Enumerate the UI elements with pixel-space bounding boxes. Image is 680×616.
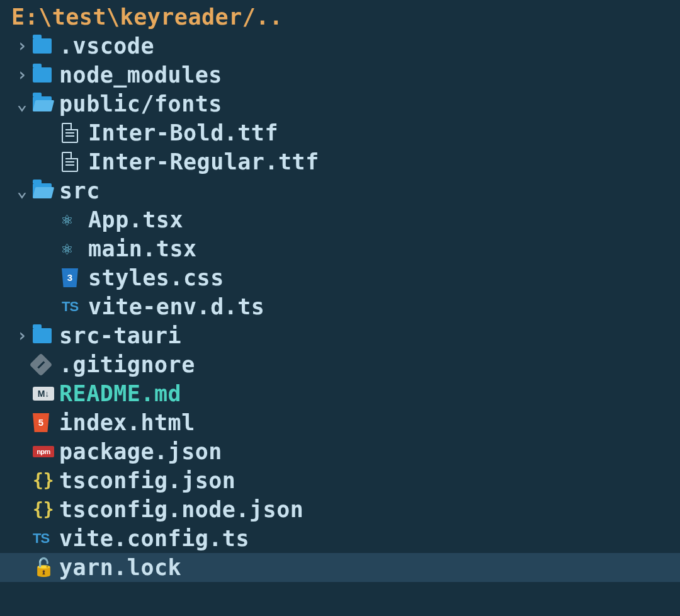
chevron-placeholder: ·	[11, 118, 33, 147]
tree-row-label: tsconfig.node.json	[58, 495, 303, 524]
chevron-down-icon[interactable]: ⌄	[11, 176, 33, 205]
tree-row[interactable]: ·🔓yarn.lock	[0, 553, 680, 582]
chevron-placeholder: ·	[11, 495, 33, 524]
tree-row[interactable]: ›src-tauri	[11, 321, 669, 350]
tree-row-label: vite-env.d.ts	[87, 292, 264, 321]
tree-row-label: README.md	[58, 379, 181, 408]
tree-row[interactable]: ⌄public/fonts	[11, 89, 669, 118]
folder-closed-icon	[33, 67, 58, 83]
file-icon	[62, 123, 87, 143]
lock-icon: 🔓	[33, 553, 58, 582]
chevron-placeholder: ·	[11, 234, 33, 263]
json-icon: {}	[33, 495, 58, 524]
folder-closed-icon	[33, 328, 58, 343]
chevron-placeholder: ·	[11, 379, 33, 408]
tree-row-label: main.tsx	[87, 234, 197, 263]
chevron-right-icon[interactable]: ›	[11, 60, 33, 89]
chevron-placeholder: ·	[11, 437, 33, 466]
tree-row[interactable]: ·TSvite.config.ts	[11, 524, 669, 553]
npm-icon: npm	[33, 446, 58, 457]
file-icon	[62, 152, 87, 172]
chevron-placeholder: ·	[11, 205, 33, 234]
chevron-placeholder: ·	[11, 553, 33, 582]
tree-row-label: src	[58, 176, 100, 205]
folder-open-icon	[33, 96, 58, 111]
tree-row-label: vite.config.ts	[58, 524, 249, 553]
root-path: E:\test\keyreader/..	[11, 0, 669, 31]
folder-closed-icon	[33, 38, 58, 54]
chevron-down-icon[interactable]: ⌄	[11, 89, 33, 118]
markdown-icon: M↓	[33, 387, 58, 401]
chevron-placeholder: ·	[11, 263, 33, 292]
tree-row-label: styles.css	[87, 263, 224, 292]
chevron-placeholder: ·	[11, 147, 33, 176]
tree-row[interactable]: ·⚛App.tsx	[11, 205, 669, 234]
tree-row[interactable]: ·3styles.css	[11, 263, 669, 292]
tree-row[interactable]: ›node_modules	[11, 60, 669, 89]
tree-row-label: public/fonts	[58, 89, 222, 118]
tree-row-label: App.tsx	[87, 205, 183, 234]
ts-icon: TS	[62, 292, 87, 321]
tree-row[interactable]: ·{}tsconfig.node.json	[11, 495, 669, 524]
tree-row[interactable]: ·TSvite-env.d.ts	[11, 292, 669, 321]
chevron-placeholder: ·	[11, 524, 33, 553]
chevron-right-icon[interactable]: ›	[11, 31, 33, 60]
tree-row-label: package.json	[58, 437, 222, 466]
tree-row-label: yarn.lock	[58, 553, 181, 582]
html-icon: 5	[33, 413, 58, 432]
tree-row-label: .vscode	[58, 31, 154, 60]
file-tree: E:\test\keyreader/.. ›.vscode›node_modul…	[0, 0, 680, 582]
tree-row-label: tsconfig.json	[58, 466, 235, 495]
tree-row-label: Inter-Bold.ttf	[87, 118, 278, 147]
ts-icon: TS	[33, 524, 58, 553]
json-icon: {}	[33, 466, 58, 495]
tree-row[interactable]: ·M↓README.md	[11, 379, 669, 408]
tree-row-label: Inter-Regular.ttf	[87, 147, 319, 176]
tree-row[interactable]: ·⚛main.tsx	[11, 234, 669, 263]
tree-row[interactable]: ·Inter-Regular.ttf	[11, 147, 669, 176]
tree-row[interactable]: ·npmpackage.json	[11, 437, 669, 466]
tree-row[interactable]: ›.vscode	[11, 31, 669, 60]
tree-row-label: src-tauri	[58, 321, 181, 350]
tree-row-label: .gitignore	[58, 350, 195, 379]
tree-row[interactable]: ·.gitignore	[11, 350, 669, 379]
chevron-placeholder: ·	[11, 466, 33, 495]
tree-row[interactable]: ·Inter-Bold.ttf	[11, 118, 669, 147]
folder-open-icon	[33, 183, 58, 198]
react-icon: ⚛	[62, 234, 87, 263]
chevron-placeholder: ·	[11, 408, 33, 437]
tree-row[interactable]: ⌄src	[11, 176, 669, 205]
tree-row[interactable]: ·{}tsconfig.json	[11, 466, 669, 495]
chevron-placeholder: ·	[11, 292, 33, 321]
css-icon: 3	[62, 268, 87, 287]
tree-row-label: index.html	[58, 408, 195, 437]
react-icon: ⚛	[62, 205, 87, 234]
chevron-right-icon[interactable]: ›	[11, 321, 33, 350]
tree-row-label: node_modules	[58, 60, 222, 89]
git-icon	[33, 356, 58, 373]
tree-row[interactable]: ·5index.html	[11, 408, 669, 437]
